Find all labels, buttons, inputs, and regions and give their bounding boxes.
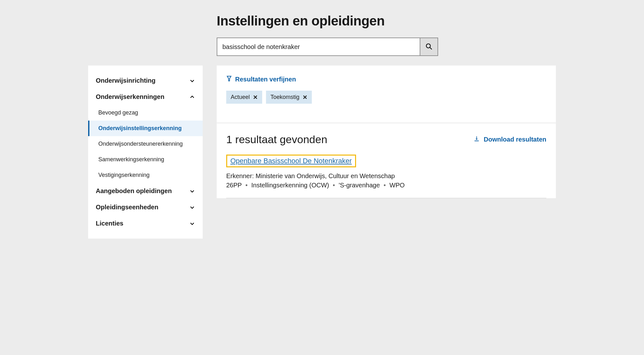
result-erkenner-label: Erkenner: [226, 172, 254, 179]
facet-item-bevoegd-gezag[interactable]: Bevoegd gezag [88, 105, 203, 121]
result-tag: 26PP [226, 182, 242, 189]
result-tag: WPO [389, 182, 405, 189]
facet-group-label: Opleidingseenheden [96, 204, 158, 211]
separator-dot: • [243, 182, 249, 189]
svg-rect-2 [475, 141, 479, 141]
page-title: Instellingen en opleidingen [217, 13, 556, 29]
download-results-link[interactable]: Download resultaten [473, 136, 546, 143]
facet-group-licenties[interactable]: Licenties [88, 215, 203, 232]
result-erkenner-value: Ministerie van Onderwijs, Cultuur en Wet… [256, 172, 395, 179]
filter-chip-toekomstig[interactable]: Toekomstig ✕ [266, 91, 312, 104]
facet-item-vestigingserkenning[interactable]: Vestigingserkenning [88, 167, 203, 183]
refine-toggle[interactable]: Resultaten verfijnen [226, 75, 546, 84]
facet-group-label: Onderwijserkenningen [96, 93, 164, 101]
download-label: Download resultaten [484, 136, 546, 143]
facet-group-label: Aangeboden opleidingen [96, 187, 172, 195]
facet-group-aangeboden-opleidingen[interactable]: Aangeboden opleidingen [88, 183, 203, 199]
facet-item-onderwijsinstellingserkenning[interactable]: Onderwijsinstellingserkenning [88, 121, 203, 136]
close-icon: ✕ [303, 94, 307, 100]
result-tags: 26PP • Instellingserkenning (OCW) • 'S-g… [226, 182, 546, 189]
filter-chips: Actueel ✕ Toekomstig ✕ [226, 91, 546, 104]
search-button[interactable] [420, 38, 438, 56]
results-panel: Resultaten verfijnen Actueel ✕ Toekomsti… [217, 66, 556, 198]
result-tag: Instellingserkenning (OCW) [251, 182, 329, 189]
facet-group-onderwijsinrichting[interactable]: Onderwijsinrichting [88, 73, 203, 89]
close-icon: ✕ [253, 94, 258, 100]
chevron-down-icon [189, 78, 195, 84]
facet-group-opleidingseenheden[interactable]: Opleidingseenheden [88, 199, 203, 215]
facet-sidebar: Onderwijsinrichting Onderwijserkenningen… [88, 66, 203, 239]
search-input[interactable] [217, 38, 420, 56]
result-highlight: Openbare Basisschool De Notenkraker [226, 155, 356, 167]
search-form [217, 38, 556, 56]
chevron-down-icon [189, 205, 195, 210]
facet-group-label: Onderwijsinrichting [96, 77, 156, 84]
results-count-heading: 1 resultaat gevonden [226, 133, 327, 146]
result-title-link[interactable]: Openbare Basisschool De Notenkraker [230, 157, 352, 165]
refine-label: Resultaten verfijnen [235, 76, 296, 83]
search-icon [425, 43, 432, 51]
filter-chip-actueel[interactable]: Actueel ✕ [226, 91, 262, 104]
download-icon [473, 136, 480, 143]
facet-items-erkenningen: Bevoegd gezag Onderwijsinstellingserkenn… [88, 105, 203, 183]
separator-dot: • [331, 182, 337, 189]
svg-point-0 [426, 44, 430, 48]
chip-label: Toekomstig [270, 94, 299, 101]
result-tag: 'S-gravenhage [339, 182, 380, 189]
facet-group-onderwijserkenningen[interactable]: Onderwijserkenningen [88, 89, 203, 105]
separator-dot: • [382, 182, 388, 189]
facet-group-label: Licenties [96, 220, 123, 227]
chevron-down-icon [189, 221, 195, 226]
chevron-down-icon [189, 188, 195, 194]
result-item: Openbare Basisschool De Notenkraker Erke… [226, 155, 546, 198]
funnel-icon [226, 75, 232, 84]
chip-label: Actueel [231, 94, 250, 101]
facet-item-samenwerkingserkenning[interactable]: Samenwerkingserkenning [88, 152, 203, 167]
facet-item-onderwijsondersteunererkenning[interactable]: Onderwijsondersteunererkenning [88, 136, 203, 152]
chevron-up-icon [189, 94, 195, 100]
svg-line-1 [430, 47, 432, 49]
